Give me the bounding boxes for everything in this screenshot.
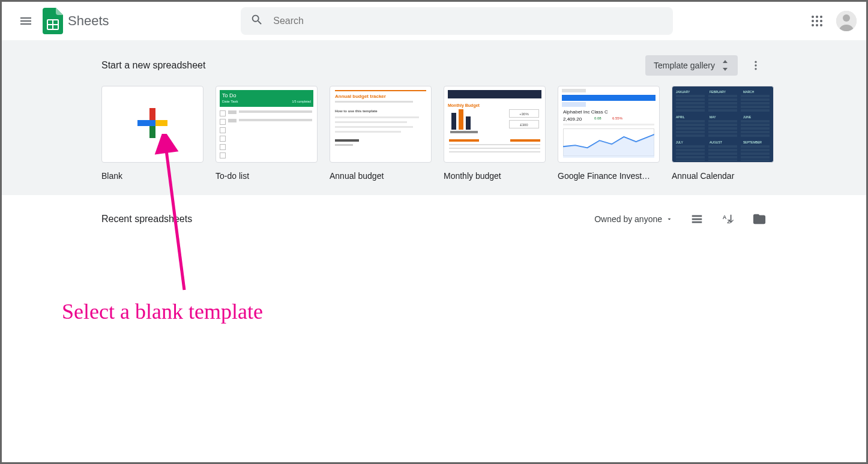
svg-point-11 bbox=[820, 24, 822, 26]
svg-point-10 bbox=[816, 24, 818, 26]
open-file-picker-button[interactable] bbox=[752, 212, 767, 226]
template-google-finance-thumb: Alphabet Inc Class C 2,409.20 0.08 6.55% bbox=[558, 86, 660, 163]
template-todo[interactable]: To Do Date Task 1/5 completed To-do list bbox=[215, 86, 318, 181]
template-google-finance[interactable]: Alphabet Inc Class C 2,409.20 0.08 6.55%… bbox=[558, 86, 660, 181]
svg-rect-21 bbox=[149, 120, 155, 126]
template-monthly-budget-thumb: Monthly Budget +30% £300 bbox=[444, 86, 546, 163]
search-wrap bbox=[109, 7, 806, 35]
unfold-more-icon bbox=[721, 60, 729, 71]
template-todo-thumb: To Do Date Task 1/5 completed bbox=[215, 86, 318, 163]
ownership-filter-label: Owned by anyone bbox=[594, 214, 662, 224]
svg-point-13 bbox=[843, 14, 850, 22]
template-blank-label: Blank bbox=[101, 171, 203, 181]
sort-az-button[interactable]: AZ bbox=[721, 212, 735, 226]
template-blank-thumb bbox=[101, 86, 203, 163]
header: Sheets bbox=[2, 2, 866, 40]
templates-section: Start a new spreadsheet Template gallery bbox=[2, 40, 866, 195]
search-icon bbox=[250, 13, 264, 29]
google-apps-button[interactable] bbox=[805, 9, 829, 33]
svg-point-7 bbox=[816, 20, 818, 22]
recent-header: Recent spreadsheets Owned by anyone AZ bbox=[98, 207, 770, 231]
svg-point-9 bbox=[812, 24, 814, 26]
templates-row: Blank To Do Date Task 1/5 completed bbox=[98, 86, 770, 181]
header-right bbox=[805, 9, 857, 33]
templates-header: Start a new spreadsheet Template gallery bbox=[98, 50, 770, 86]
svg-rect-17 bbox=[149, 108, 155, 121]
account-avatar[interactable] bbox=[836, 11, 857, 31]
svg-point-4 bbox=[816, 16, 818, 18]
templates-section-title: Start a new spreadsheet bbox=[101, 60, 205, 71]
svg-point-14 bbox=[755, 61, 756, 63]
more-options-button[interactable] bbox=[745, 55, 767, 76]
svg-point-3 bbox=[812, 16, 814, 18]
template-annual-budget[interactable]: Annual budget tracker How to use this te… bbox=[330, 86, 432, 181]
recent-section: Recent spreadsheets Owned by anyone AZ bbox=[2, 195, 866, 243]
list-view-button[interactable] bbox=[690, 212, 704, 226]
template-todo-label: To-do list bbox=[215, 171, 318, 181]
template-monthly-budget[interactable]: Monthly Budget +30% £300 Monthly budget bbox=[444, 86, 546, 181]
template-monthly-budget-label: Monthly budget bbox=[444, 171, 546, 181]
dropdown-icon bbox=[666, 215, 673, 223]
svg-text:A: A bbox=[723, 214, 727, 220]
search-input[interactable] bbox=[273, 16, 663, 26]
svg-rect-19 bbox=[137, 120, 151, 126]
recent-section-title: Recent spreadsheets bbox=[101, 214, 192, 224]
search-bar[interactable] bbox=[241, 7, 673, 35]
svg-rect-18 bbox=[149, 125, 155, 138]
svg-point-8 bbox=[820, 20, 822, 22]
templates-controls: Template gallery bbox=[645, 55, 767, 76]
template-gallery-button[interactable]: Template gallery bbox=[645, 55, 738, 76]
svg-point-5 bbox=[820, 16, 822, 18]
template-google-finance-label: Google Finance Invest… bbox=[558, 171, 660, 181]
main-menu-button[interactable] bbox=[11, 7, 40, 35]
recent-controls: Owned by anyone AZ bbox=[594, 212, 767, 226]
template-annual-budget-label: Annual budget bbox=[330, 171, 432, 181]
template-annual-calendar[interactable]: JANUARY FEBRUARY MARCH APRIL MAY JUNE JU… bbox=[672, 86, 774, 181]
svg-point-6 bbox=[812, 20, 814, 22]
template-blank[interactable]: Blank bbox=[101, 86, 203, 181]
plus-icon bbox=[136, 107, 169, 142]
template-gallery-label: Template gallery bbox=[654, 61, 715, 70]
svg-rect-20 bbox=[154, 120, 167, 126]
sheets-icon bbox=[43, 8, 63, 34]
logo-area[interactable]: Sheets bbox=[43, 8, 109, 34]
template-annual-calendar-thumb: JANUARY FEBRUARY MARCH APRIL MAY JUNE JU… bbox=[672, 86, 774, 163]
annotation-text: Select a blank template bbox=[62, 299, 263, 324]
svg-point-16 bbox=[755, 68, 756, 70]
app-title: Sheets bbox=[68, 13, 109, 29]
template-annual-budget-thumb: Annual budget tracker How to use this te… bbox=[330, 86, 432, 163]
template-annual-calendar-label: Annual Calendar bbox=[672, 171, 774, 181]
svg-point-15 bbox=[755, 64, 756, 66]
ownership-filter[interactable]: Owned by anyone bbox=[594, 214, 673, 224]
